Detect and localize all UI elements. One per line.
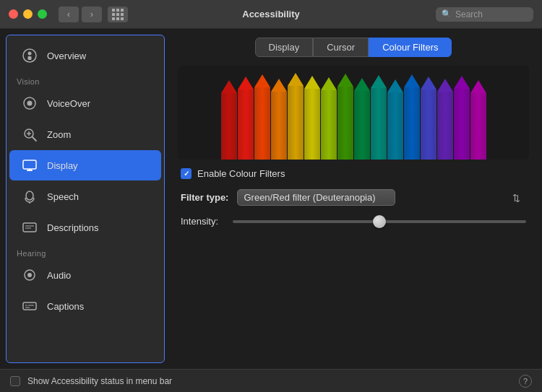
sidebar-item-label-descriptions: Descriptions [47,222,99,233]
sidebar-item-captions[interactable]: Captions [9,291,161,321]
sidebar-section-hearing: Hearing [7,243,164,259]
pencil [304,76,320,160]
filter-type-row: Filter type: GreyscaleRed/Green filter (… [181,189,526,206]
pencil-body [254,87,270,160]
enable-filter-checkbox[interactable]: ✓ [181,168,192,179]
tab-bar: Display Cursor Colour Filters [178,38,529,57]
pencil-tip [421,77,436,90]
sidebar-item-label-display: Display [47,160,78,171]
captions-icon [20,296,40,316]
maximize-button[interactable] [38,9,47,19]
main-content: Overview Vision VoiceOver Zoom [0,29,542,369]
sidebar-item-label-voiceover: VoiceOver [47,98,90,109]
voiceover-icon [20,93,40,113]
search-icon: 🔍 [442,9,452,19]
grid-view-button[interactable] [108,6,128,22]
slider-thumb[interactable] [373,215,386,228]
pencil-tip [238,77,254,90]
right-panel: Display Cursor Colour Filters ✓ Enable C… [165,29,542,369]
search-bar[interactable]: 🔍 [436,7,533,22]
pencil-body [304,89,320,160]
pencil [387,79,403,160]
pencils-area [178,66,529,160]
sidebar-item-label-zoom: Zoom [47,129,71,140]
filter-type-wrapper: GreyscaleRed/Green filter (Protanopia)Gr… [237,189,526,206]
sidebar-item-label-speech: Speech [47,191,79,202]
pencil-tip [254,74,270,87]
svg-point-4 [27,101,33,106]
sidebar-item-audio[interactable]: Audio [9,260,161,290]
svg-point-12 [26,191,33,200]
svg-rect-19 [23,302,36,310]
sidebar-item-voiceover[interactable]: VoiceOver [9,88,161,118]
pencil [454,76,470,160]
sidebar-item-overview[interactable]: Overview [9,40,161,71]
sidebar-item-speech[interactable]: Speech [9,181,161,212]
speech-icon [20,186,40,206]
audio-icon [20,265,40,285]
enable-filter-label: Enable Colour Filters [197,168,285,179]
pencil [238,77,254,160]
pencil [337,74,353,160]
intensity-label: Intensity: [181,216,224,227]
svg-rect-9 [23,160,36,169]
pencil [470,80,486,160]
show-status-checkbox[interactable] [10,376,20,386]
pencil [288,73,304,160]
pencil-body [421,90,436,160]
minimize-button[interactable] [23,9,33,19]
pencil-tip [337,74,353,87]
sidebar-item-descriptions[interactable]: Descriptions [9,212,161,243]
pencil-body [470,93,486,160]
bottom-bar: Show Accessibility status in menu bar ? [0,369,542,392]
svg-rect-2 [28,56,32,60]
pencil-body [437,92,453,160]
tab-cursor[interactable]: Cursor [313,38,369,57]
pencil-tip [454,76,470,89]
overview-icon [20,45,40,66]
controls-area: ✓ Enable Colour Filters Filter type: Gre… [178,168,529,227]
pencil-body [454,89,470,160]
pencil-tip [354,78,370,91]
sidebar-section-vision: Vision [7,71,164,87]
filter-type-select[interactable]: GreyscaleRed/Green filter (Protanopia)Gr… [237,189,395,206]
pencil [437,79,453,160]
pencil-tip [221,80,237,93]
sidebar-item-display[interactable]: Display [9,150,161,180]
sidebar: Overview Vision VoiceOver Zoom [6,35,165,363]
intensity-slider-wrapper [233,220,526,223]
traffic-lights [9,9,47,19]
sidebar-item-label-overview: Overview [47,51,86,61]
titlebar: ‹ › Accessibility 🔍 [0,0,542,29]
pencil-tip [371,75,387,88]
pencil-tip [321,77,337,90]
pencil-body [321,90,337,160]
pencil-tip [288,73,304,86]
window-title: Accessibility [242,9,300,19]
help-button[interactable]: ? [519,375,532,388]
pencil-tip [387,79,403,92]
sidebar-item-zoom[interactable]: Zoom [9,119,161,149]
pencil-tip [437,79,453,92]
colour-pencils [221,73,486,160]
pencil-body [354,91,370,160]
back-button[interactable]: ‹ [59,6,79,22]
tab-colour-filters[interactable]: Colour Filters [369,38,452,57]
pencil-body [238,90,254,160]
descriptions-icon [20,217,40,238]
tab-display[interactable]: Display [255,38,314,57]
pencil-tip [271,79,287,92]
svg-point-18 [27,273,32,277]
close-button[interactable] [9,9,18,19]
nav-buttons: ‹ › [59,6,102,22]
svg-point-0 [23,49,36,62]
pencil-body [387,92,403,160]
slider-track [233,220,526,223]
pencil [254,74,270,160]
intensity-row: Intensity: [181,216,526,227]
show-status-label: Show Accessibility status in menu bar [27,376,172,386]
display-icon [20,155,40,175]
pencil-body [221,93,237,160]
forward-button[interactable]: › [82,6,102,22]
search-input[interactable] [455,9,528,19]
